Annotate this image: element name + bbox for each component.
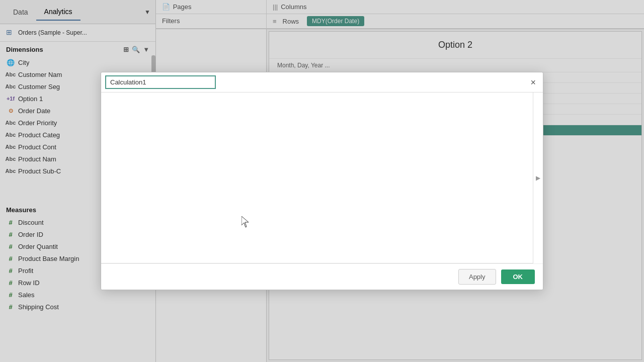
calculation-name-input[interactable]	[105, 75, 216, 89]
apply-button[interactable]: Apply	[458, 269, 496, 285]
expand-arrow-icon[interactable]: ▶	[533, 93, 543, 263]
calculation-dialog: × ▶ Apply OK	[101, 72, 543, 290]
ok-button[interactable]: OK	[501, 269, 535, 284]
modal-header: ×	[101, 72, 543, 93]
modal-overlay: × ▶ Apply OK	[0, 0, 644, 362]
calculation-editor[interactable]	[101, 93, 533, 263]
modal-body: ▶	[101, 93, 543, 263]
app-container: Data Analytics ▼ ⊞ Orders (Sample - Supe…	[0, 0, 644, 362]
close-icon[interactable]: ×	[527, 76, 539, 89]
modal-footer: Apply OK	[101, 263, 543, 290]
